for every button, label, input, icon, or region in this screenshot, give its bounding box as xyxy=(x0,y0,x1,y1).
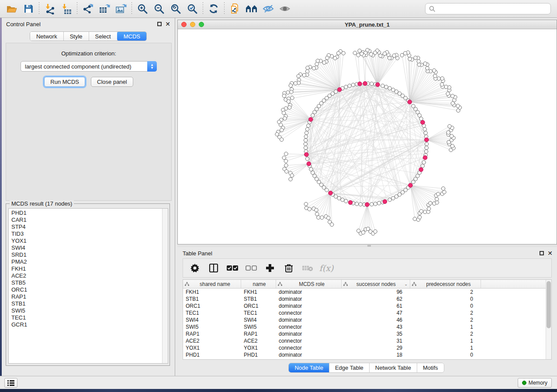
cell-MCDS-role[interactable]: connector xyxy=(276,324,342,330)
cell-name[interactable]: STB1 xyxy=(241,296,276,302)
tab-edge-table[interactable]: Edge Table xyxy=(329,363,370,372)
dominator-node[interactable] xyxy=(348,200,353,205)
cell-successor-nodes[interactable]: 18 xyxy=(342,352,410,358)
network-graph[interactable] xyxy=(178,29,557,244)
cell-shared-name[interactable]: FKH1 xyxy=(183,289,241,295)
mcds-result-item[interactable]: PHD1 xyxy=(11,210,162,217)
dominator-node[interactable] xyxy=(419,168,423,172)
dominator-node[interactable] xyxy=(329,191,333,195)
dominator-node[interactable] xyxy=(365,203,370,207)
zoom-fit-icon[interactable] xyxy=(167,1,184,16)
run-mcds-button[interactable]: Run MCDS xyxy=(44,77,85,87)
cell-successor-nodes[interactable]: 43 xyxy=(342,324,410,330)
memory-button[interactable]: Memory xyxy=(518,378,552,388)
cell-MCDS-role[interactable]: connector xyxy=(276,310,342,316)
mcds-result-item[interactable]: PMA2 xyxy=(11,258,162,265)
float-panel-icon[interactable] xyxy=(540,251,544,255)
dominator-node[interactable] xyxy=(309,117,313,122)
cell-MCDS-role[interactable]: dominator xyxy=(276,331,342,337)
cell-successor-nodes[interactable]: 96 xyxy=(342,289,410,295)
cell-shared-name[interactable]: SWI4 xyxy=(183,317,241,323)
table-scrollbar-thumb[interactable] xyxy=(547,281,551,328)
mcds-result-item[interactable]: CAR1 xyxy=(11,217,162,224)
dominator-node[interactable] xyxy=(337,88,342,92)
dominator-node[interactable] xyxy=(383,199,387,204)
close-panel-icon[interactable]: ✕ xyxy=(165,22,170,26)
cell-MCDS-role[interactable]: dominator xyxy=(276,317,342,323)
mcds-result-list[interactable]: PHD1CAR1STP4TID3YOX1SWI4SRD1PMA2FKH1ACE2… xyxy=(9,209,162,363)
mcds-result-item[interactable]: SRD1 xyxy=(11,251,162,258)
cell-MCDS-role[interactable]: dominator xyxy=(276,303,342,309)
column-header-successor-nodes[interactable]: successor nodes⌄ xyxy=(342,280,410,288)
cell-name[interactable]: TEC1 xyxy=(241,310,276,316)
cell-predecessor-nodes[interactable]: 2 xyxy=(410,331,481,337)
cell-successor-nodes[interactable]: 61 xyxy=(342,303,410,309)
cell-successor-nodes[interactable]: 35 xyxy=(342,331,410,337)
refresh-icon[interactable] xyxy=(205,1,222,16)
mcds-result-item[interactable]: ORC1 xyxy=(11,286,162,293)
cell-name[interactable]: ORC1 xyxy=(241,303,276,309)
mcds-result-item[interactable]: TID3 xyxy=(11,230,162,237)
table-row-STB1[interactable]: STB1STB1dominator620 xyxy=(183,296,546,303)
cell-successor-nodes[interactable]: 31 xyxy=(342,338,410,344)
dominator-node[interactable] xyxy=(408,100,412,104)
import-network-icon[interactable] xyxy=(42,1,58,16)
tab-node-table[interactable]: Node Table xyxy=(289,363,329,372)
mcds-result-item[interactable]: GCR1 xyxy=(11,321,162,328)
cell-MCDS-role[interactable]: connector xyxy=(276,338,342,344)
task-history-button[interactable] xyxy=(4,378,17,388)
cell-MCDS-role[interactable]: dominator xyxy=(276,289,342,295)
cell-name[interactable]: SWI5 xyxy=(241,324,276,330)
mcds-result-item[interactable]: FKH1 xyxy=(11,265,162,272)
select-all-rows-icon[interactable] xyxy=(227,262,238,274)
zoom-selected-icon[interactable] xyxy=(184,1,201,16)
first-neighbors-icon[interactable] xyxy=(243,1,260,16)
dominator-node[interactable] xyxy=(423,155,427,160)
cell-name[interactable]: FKH1 xyxy=(241,289,276,295)
dominator-node[interactable] xyxy=(408,183,413,188)
cell-MCDS-role[interactable]: dominator xyxy=(276,352,342,358)
mcds-result-item[interactable]: TEC1 xyxy=(11,314,162,321)
zoom-out-icon[interactable] xyxy=(151,1,167,16)
cell-shared-name[interactable]: PHD1 xyxy=(183,352,241,358)
save-session-icon[interactable] xyxy=(20,1,37,16)
cell-successor-nodes[interactable]: 46 xyxy=(342,317,410,323)
cell-predecessor-nodes[interactable]: 1 xyxy=(410,345,481,351)
cell-shared-name[interactable]: YOX1 xyxy=(183,345,241,351)
network-window-titlebar[interactable]: YPA_prune.txt_1 xyxy=(178,20,557,29)
cell-successor-nodes[interactable]: 62 xyxy=(342,296,410,302)
table-row-RAP1[interactable]: RAP1RAP1dominator352 xyxy=(183,330,546,337)
dominator-node[interactable] xyxy=(425,138,429,142)
cell-predecessor-nodes[interactable]: 1 xyxy=(410,324,481,330)
cell-shared-name[interactable]: ACE2 xyxy=(183,338,241,344)
table-row-PHD1[interactable]: PHD1PHD1dominator180 xyxy=(183,351,546,358)
cell-name[interactable]: YOX1 xyxy=(241,345,276,351)
cell-successor-nodes[interactable]: 29 xyxy=(342,345,410,351)
dominator-node[interactable] xyxy=(376,83,380,87)
show-all-icon[interactable] xyxy=(277,1,293,16)
dominator-node[interactable] xyxy=(421,120,425,124)
column-header-MCDS-role[interactable]: MCDS role xyxy=(276,280,342,288)
cell-MCDS-role[interactable]: dominator xyxy=(276,296,342,302)
close-panel-button[interactable]: Close panel xyxy=(91,77,133,87)
mcds-result-item[interactable]: SWI5 xyxy=(11,307,162,314)
cell-shared-name[interactable]: SWI5 xyxy=(183,324,241,330)
dominator-node[interactable] xyxy=(304,152,309,157)
cell-name[interactable]: PHD1 xyxy=(241,352,276,358)
table-scrollbar[interactable] xyxy=(546,280,551,359)
mcds-result-item[interactable]: YOX1 xyxy=(11,237,162,244)
settings-gear-icon[interactable] xyxy=(189,262,201,274)
cell-shared-name[interactable]: STB1 xyxy=(183,296,241,302)
table-row-SWI5[interactable]: SWI5SWI5connector431 xyxy=(183,323,546,330)
table-row-TEC1[interactable]: TEC1TEC1connector472 xyxy=(183,309,546,316)
mcds-result-item[interactable]: RAP1 xyxy=(11,293,162,300)
cell-predecessor-nodes[interactable]: 2 xyxy=(410,289,481,295)
table-row-YOX1[interactable]: YOX1YOX1connector291 xyxy=(183,344,546,351)
table-row-SWI4[interactable]: SWI4SWI4dominator462 xyxy=(183,316,546,323)
mcds-result-item[interactable]: SWI4 xyxy=(11,244,162,251)
tab-select[interactable]: Select xyxy=(89,32,118,41)
cell-MCDS-role[interactable]: connector xyxy=(276,345,342,351)
dominator-node[interactable] xyxy=(307,162,311,166)
cell-shared-name[interactable]: RAP1 xyxy=(183,331,241,337)
duplicate-network-icon[interactable] xyxy=(227,1,243,16)
